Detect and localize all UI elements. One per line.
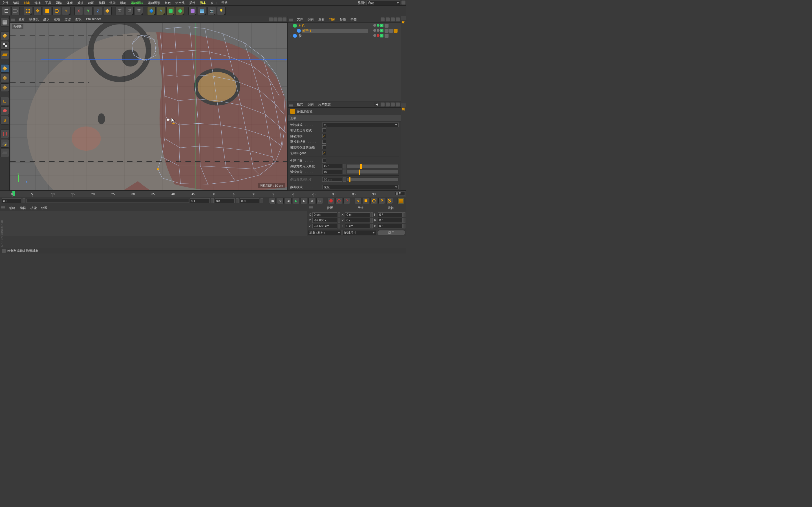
poly-mode-button[interactable] (1, 83, 9, 92)
arc-subdiv-slider[interactable] (347, 170, 399, 174)
grip-icon[interactable] (1, 206, 5, 210)
vp-menu-ProRender[interactable]: ProRender (84, 17, 103, 21)
light-button[interactable]: 💡 (217, 7, 225, 15)
maximize-icon[interactable] (396, 103, 400, 107)
point-mode-button[interactable] (1, 64, 9, 73)
goto-end-fwd-button[interactable]: ↺ (308, 198, 315, 204)
coord-abs-select[interactable]: 绝对尺寸 (343, 230, 376, 235)
rot-key-button[interactable] (370, 198, 377, 204)
object-name[interactable]: 帽子.1 (302, 29, 368, 33)
menu-编辑[interactable]: 编辑 (11, 0, 21, 6)
rotate-button[interactable] (52, 7, 61, 15)
goto-start-button[interactable]: ⏮ (269, 198, 276, 204)
menu-网格[interactable]: 网格 (54, 0, 64, 6)
visibility-dots[interactable]: ✓ (368, 24, 384, 27)
spline-button[interactable]: ✎ (157, 7, 165, 15)
spinner[interactable] (370, 212, 373, 217)
object-name[interactable]: 对称 (298, 24, 368, 28)
vp-pan-icon[interactable] (269, 17, 273, 21)
tree-row[interactable]: +脸✓ (289, 33, 400, 38)
end-frame-field[interactable]: 90 F (240, 198, 259, 203)
vp-menu-显示[interactable]: 显示 (41, 17, 52, 21)
coord-field[interactable]: 0 cm (345, 224, 370, 228)
vp-menu-面板[interactable]: 面板 (73, 17, 84, 21)
object-tags[interactable] (384, 29, 400, 33)
coord-field[interactable]: 0 ° (378, 212, 403, 217)
snap-s-button[interactable]: S (1, 116, 9, 124)
obj-header-对象[interactable]: 对象 (327, 17, 338, 21)
coord-mode-select[interactable]: 对象 (相对) (308, 230, 342, 235)
menu-体积[interactable]: 体积 (64, 0, 75, 6)
menu-捕捉[interactable]: 捕捉 (75, 0, 86, 6)
spinner[interactable] (403, 224, 405, 228)
attr-header-用户数据[interactable]: 用户数据 (316, 102, 333, 107)
attribute-section[interactable]: 选项 (288, 115, 401, 121)
coord-field[interactable]: 0 cm (345, 212, 370, 217)
make-editable-button[interactable] (1, 18, 9, 26)
object-tree[interactable]: −对称✓帽子.1✓+脸✓ (288, 22, 401, 101)
coord-field[interactable]: -37.685 cm (312, 224, 337, 228)
y-axis-button[interactable]: Y (84, 7, 93, 15)
scale-key-button[interactable] (363, 198, 369, 204)
visibility-dots[interactable]: ✓ (368, 29, 384, 33)
menu-雕刻[interactable]: 雕刻 (118, 0, 129, 6)
snap-button[interactable]: ⋃ (1, 129, 9, 138)
scale-button[interactable] (43, 7, 51, 15)
spinner[interactable] (260, 198, 263, 203)
move-button[interactable]: ✥ (33, 7, 42, 15)
timeline-ruler[interactable]: 0 F 051015202530354045505560657075808590 (0, 191, 406, 197)
range-end-field[interactable]: 90 F (215, 198, 235, 203)
search-icon[interactable] (380, 17, 385, 21)
render-pv-button[interactable]: 🎬 (125, 7, 134, 15)
tree-toggle[interactable]: − (289, 24, 292, 27)
obj-header-标签[interactable]: 标签 (338, 17, 348, 21)
spinner[interactable] (343, 164, 346, 168)
soft-select-button[interactable] (1, 107, 9, 115)
ngons-check[interactable] (322, 151, 326, 155)
search-global-icon[interactable] (402, 1, 405, 4)
material-body[interactable] (0, 211, 307, 236)
grip-icon[interactable] (289, 17, 293, 21)
lock-icon[interactable] (386, 103, 390, 107)
loop-button[interactable]: ↻ (277, 198, 284, 204)
search-icon[interactable] (380, 103, 385, 107)
undo-button[interactable] (2, 7, 10, 15)
menu-窗口[interactable]: 窗口 (208, 0, 219, 6)
timeline-end-field[interactable]: 0 F (395, 191, 405, 196)
goto-end-button[interactable]: ⏭ (316, 198, 323, 204)
strip-mode-check[interactable] (322, 128, 326, 132)
vp-zoom-icon[interactable] (273, 17, 277, 21)
redo-button[interactable] (11, 7, 20, 15)
spinner[interactable] (403, 218, 405, 223)
spinner[interactable] (338, 224, 340, 228)
arc-angle-slider[interactable] (347, 164, 399, 168)
menu-运动图形[interactable]: 运动图形 (146, 0, 162, 6)
obj-header-查看[interactable]: 查看 (316, 17, 327, 21)
vp-menu-选项[interactable]: 选项 (52, 17, 62, 21)
record-button[interactable] (327, 198, 335, 204)
sidebar-tab-object[interactable]: 对象 (401, 16, 406, 20)
vp-rotate-icon[interactable] (278, 17, 282, 21)
grip-icon[interactable] (309, 206, 313, 210)
arc-angle-field[interactable]: 45 ° (322, 164, 342, 168)
coord-field[interactable]: 0 cm (345, 218, 370, 223)
tree-row[interactable]: −对称✓ (289, 23, 400, 28)
coord-field[interactable]: 0 ° (378, 224, 403, 228)
autokey-button[interactable] (336, 198, 342, 204)
menu-帮助[interactable]: 帮助 (219, 0, 230, 6)
workplane2-button[interactable] (1, 149, 9, 157)
auto-weld-check[interactable] (322, 134, 326, 138)
arc-subdiv-field[interactable]: 10 (322, 170, 342, 174)
render-settings-button[interactable]: 🎬 (135, 7, 143, 15)
obj-header-编辑[interactable]: 编辑 (305, 17, 316, 21)
attr-header-编辑[interactable]: 编辑 (305, 102, 316, 107)
x-axis-button[interactable]: X (74, 7, 83, 15)
tree-toggle[interactable]: + (289, 34, 292, 38)
range-slider[interactable] (27, 199, 189, 203)
spinner[interactable] (338, 218, 340, 223)
menu-选择[interactable]: 选择 (32, 0, 43, 6)
half-circle-check[interactable] (322, 159, 326, 163)
spinner[interactable] (370, 224, 373, 228)
edge-mode-button[interactable] (1, 74, 9, 82)
coord-field[interactable]: 0 ° (378, 218, 403, 223)
